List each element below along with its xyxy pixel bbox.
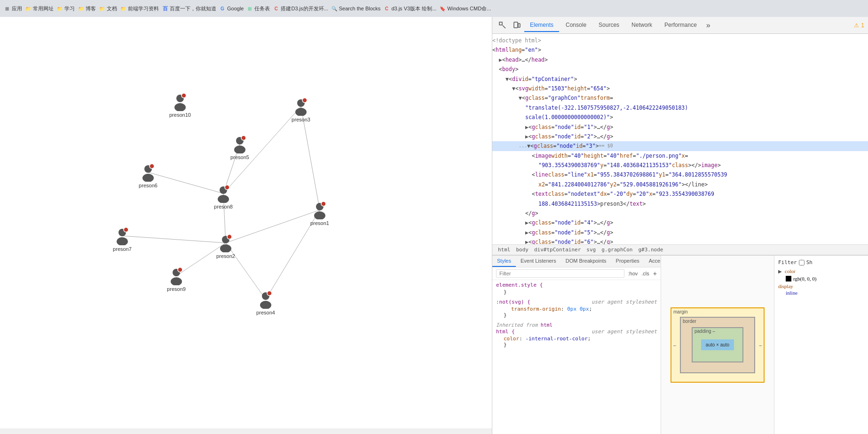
bookmark-d3v3-label: d3.js V3版本 绘制...: [391, 5, 436, 12]
dom-tree[interactable]: <!doctype html><html lang="en">▶ <head>……: [492, 34, 868, 244]
dom-line[interactable]: 188.40368421135153>preson3</text>: [492, 199, 868, 209]
person-icon: [216, 233, 235, 252]
dom-line[interactable]: <html lang="en">: [492, 45, 868, 55]
node-preson5[interactable]: preson5: [230, 135, 249, 160]
dom-line[interactable]: ▼ <div id="tpContainer">: [492, 74, 868, 84]
tab-styles[interactable]: Styles: [492, 256, 516, 267]
breadcrumb-item[interactable]: svg: [584, 246, 598, 253]
dom-line[interactable]: scale(1.0000000000000002)">: [492, 113, 868, 122]
tab-properties[interactable]: Properties: [611, 256, 644, 267]
dom-line[interactable]: "translate(-322.1507575950827,-2.4106422…: [492, 103, 868, 113]
svg-rect-42: [518, 24, 520, 27]
node-label: preson6: [139, 183, 158, 188]
breadcrumb-item[interactable]: g#3.node: [636, 246, 665, 253]
dom-line[interactable]: ▶ <g class="node" id="2">…</g>: [492, 132, 868, 141]
person-icon: [230, 135, 249, 153]
dom-line[interactable]: <text class="nodetext" dx="-20" dy="20" …: [492, 189, 868, 199]
dom-line[interactable]: ▶ <g class="node" id="1">…</g>: [492, 122, 868, 132]
dom-line[interactable]: <image width="40" height="40" href="./pe…: [492, 151, 868, 161]
dom-line[interactable]: ▶ <g class="node" id="5">…</g>: [492, 228, 868, 237]
node-preson6[interactable]: preson6: [139, 163, 158, 188]
tab-elements[interactable]: Elements: [524, 19, 559, 32]
main-area: preson1preson2preson3preson4preson5preso…: [0, 17, 868, 434]
breadcrumb-item[interactable]: g.graphCon: [600, 246, 634, 253]
bookmark-common[interactable]: 📁 常用网址: [25, 5, 54, 12]
svg-point-29: [117, 237, 128, 245]
node-preson1[interactable]: preson1: [310, 201, 329, 226]
bookmark-study[interactable]: 📁 学习: [56, 5, 75, 12]
viz-scrollbar[interactable]: [0, 428, 492, 434]
bookmark-wincmd-label: Windows CMD命...: [447, 5, 491, 12]
bookmark-doc[interactable]: 📁 文档: [99, 5, 117, 12]
tab-console[interactable]: Console: [560, 19, 592, 32]
breadcrumb-item[interactable]: html: [496, 246, 513, 253]
breadcrumb-item[interactable]: div#tpContainer: [532, 246, 583, 253]
add-style-button[interactable]: +: [653, 270, 657, 277]
bookmark-google[interactable]: G Google: [219, 5, 244, 12]
breadcrumb-bar: html body div#tpContainer svg g.graphCon…: [492, 244, 868, 255]
styles-panel: Styles Event Listeners DOM Breakpoints P…: [492, 256, 661, 434]
tab-accessibility[interactable]: Accessibility: [644, 256, 661, 267]
border-box: border padding – auto × auto: [680, 317, 755, 373]
viz-area[interactable]: preson1preson2preson3preson4preson5preso…: [0, 17, 492, 434]
d3build-icon: C: [273, 5, 279, 12]
margin-left-dash: –: [673, 342, 676, 347]
dom-line[interactable]: <body>: [492, 64, 868, 74]
dom-line[interactable]: x2="841.2284004012786" y2="529.004588192…: [492, 180, 868, 189]
bookmark-baidu[interactable]: 百 百度一下，你就知道: [162, 5, 216, 12]
svg-point-36: [178, 267, 182, 272]
bookmark-doc-label: 文档: [107, 5, 117, 12]
dom-line[interactable]: ▶ <g class="node" id="4">…</g>: [492, 218, 868, 227]
style-rule-element: element.style { }: [496, 282, 657, 295]
dom-line[interactable]: ... ▼ <g class="node" id="3"> == $0: [492, 141, 868, 151]
bookmarks-bar: ⊞ 应用 📁 常用网址 📁 学习 📁 博客 📁 文档 📁 前端学习资料 百 百度…: [0, 0, 868, 17]
node-preson7[interactable]: preson7: [113, 226, 132, 252]
tab-performance[interactable]: Performance: [659, 19, 702, 32]
tab-sources[interactable]: Sources: [593, 19, 625, 32]
dom-line[interactable]: ▼ <g class="graphCon" transform=: [492, 93, 868, 103]
tab-event-listeners[interactable]: Event Listeners: [516, 256, 561, 267]
dom-line[interactable]: </g>: [492, 209, 868, 218]
margin-box: margin – – – – border padding – auto ×: [671, 307, 765, 383]
dom-line[interactable]: ▼ <svg width="1503" height="654">: [492, 84, 868, 93]
inspect-element-button[interactable]: [496, 19, 509, 32]
dom-line[interactable]: ▶ <g class="node" id="6">…</g>: [492, 237, 868, 244]
node-preson9[interactable]: preson9: [167, 266, 186, 292]
node-preson2[interactable]: preson2: [216, 233, 235, 259]
device-toolbar-button[interactable]: [510, 19, 523, 32]
lower-panels: Styles Event Listeners DOM Breakpoints P…: [492, 255, 868, 434]
breadcrumb-item[interactable]: body: [514, 246, 531, 253]
folder-icon: 📁: [78, 5, 84, 12]
dom-line[interactable]: ▶ <head>…</head>: [492, 55, 868, 64]
node-preson10[interactable]: preson10: [169, 92, 191, 118]
cls-toggle[interactable]: .cls: [641, 271, 649, 276]
bookmark-d3build[interactable]: C 搭建D3.js的开发环...: [273, 5, 328, 12]
bookmark-blog[interactable]: 📁 博客: [78, 5, 96, 12]
bookmark-frontend[interactable]: 📁 前端学习资料: [120, 5, 159, 12]
dom-line[interactable]: <line class="line" x1="955.3843702698861…: [492, 170, 868, 179]
tab-dom-breakpoints[interactable]: DOM Breakpoints: [561, 256, 611, 267]
tab-network[interactable]: Network: [626, 19, 658, 32]
bookmark-study-label: 学习: [64, 5, 75, 12]
hov-toggle[interactable]: :hov: [628, 271, 638, 276]
svg-point-11: [314, 211, 325, 219]
bookmark-apps[interactable]: ⊞ 应用: [4, 5, 22, 12]
styles-filter-input[interactable]: [496, 269, 624, 278]
content-size: auto × auto: [706, 342, 729, 347]
lr-show-checkbox[interactable]: [799, 260, 805, 265]
node-preson4[interactable]: preson4: [256, 290, 275, 315]
lower-right-panel: Filter Sh ▶ color rgb(0, 0, 0) display i…: [774, 256, 868, 434]
node-preson3[interactable]: preson3: [292, 97, 310, 122]
node-preson8[interactable]: preson8: [214, 184, 233, 209]
dom-line[interactable]: "903.3554390038769" y="148.4036842113515…: [492, 161, 868, 170]
box-model-panel: margin – – – – border padding – auto ×: [661, 256, 774, 434]
bookmark-searchblocks-label: Search the Blocks: [339, 6, 381, 11]
lr-display-value: inline: [778, 290, 864, 296]
more-tabs-button[interactable]: »: [703, 19, 713, 32]
bookmark-tasks[interactable]: ⊞ 任务表: [246, 5, 270, 12]
dom-line[interactable]: <!doctype html>: [492, 36, 868, 45]
bookmark-searchblocks[interactable]: 🔍 Search the Blocks: [331, 5, 381, 12]
bookmark-d3v3[interactable]: C d3.js V3版本 绘制...: [383, 5, 436, 12]
devtools-panel: Elements Console Sources Network Perform…: [492, 17, 868, 434]
bookmark-wincmd[interactable]: 🔖 Windows CMD命...: [439, 5, 491, 12]
